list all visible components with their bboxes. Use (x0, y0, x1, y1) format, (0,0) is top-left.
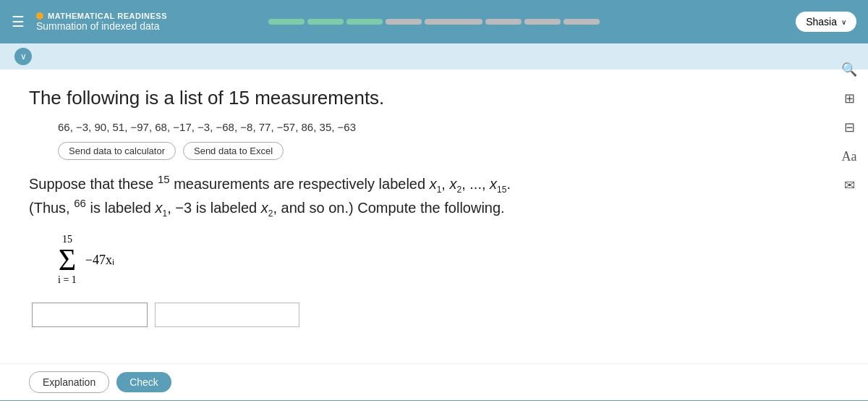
status-dot-icon (36, 12, 43, 20)
progress-seg-1 (268, 19, 305, 25)
sum-lower-bound: i = 1 (58, 275, 77, 285)
sigma-icon: Σ (59, 245, 76, 275)
chevron-down-icon: ∨ (841, 18, 846, 26)
collapse-button[interactable]: ∨ (14, 48, 32, 65)
collapse-bar: ∨ (0, 43, 868, 69)
progress-seg-6 (485, 19, 522, 25)
progress-seg-5 (425, 19, 482, 25)
formula-expression: −47xᵢ (85, 253, 114, 267)
right-sidebar: 🔍 ⊞ ⊟ Aa ✉ (838, 58, 861, 197)
user-name-label: Shasia (806, 16, 837, 28)
header-info: MATHEMATICAL READINESS Summation of inde… (36, 12, 167, 32)
mail-icon[interactable]: ✉ (838, 174, 861, 197)
header: ☰ MATHEMATICAL READINESS Summation of in… (0, 0, 868, 43)
answer-input-box[interactable] (32, 303, 148, 327)
subject-label: MATHEMATICAL READINESS (48, 12, 167, 20)
progress-bar-area (268, 19, 600, 25)
user-menu-button[interactable]: Shasia ∨ (796, 12, 856, 32)
progress-seg-8 (563, 19, 600, 25)
subject-badge: MATHEMATICAL READINESS (36, 12, 167, 20)
statement-text-2: (Thus, 66 is labeled x1, −3 is labeled x… (29, 200, 505, 216)
main-content: The following is a list of 15 measuremen… (0, 69, 868, 363)
measurements-data: 66, −3, 90, 51, −97, 68, −17, −3, −68, −… (58, 121, 839, 133)
problem-title: The following is a list of 15 measuremen… (29, 87, 839, 109)
answer-area (32, 303, 839, 327)
problem-statement: Suppose that these 15 measurements are r… (29, 172, 839, 220)
check-button[interactable]: Check (116, 372, 171, 392)
grid-icon[interactable]: ⊞ (838, 87, 861, 110)
lesson-title: Summation of indexed data (36, 20, 167, 32)
progress-seg-4 (386, 19, 422, 25)
explanation-button[interactable]: Explanation (29, 371, 109, 393)
footer-buttons: Explanation Check (0, 363, 868, 400)
progress-seg-7 (524, 19, 561, 25)
summation-symbol: 15 Σ i = 1 (58, 235, 77, 285)
answer-secondary-box[interactable] (155, 303, 299, 327)
hamburger-menu-icon[interactable]: ☰ (12, 13, 25, 30)
data-buttons-row: Send data to calculator Send data to Exc… (58, 142, 839, 160)
send-calculator-button[interactable]: Send data to calculator (58, 142, 176, 160)
progress-seg-3 (346, 19, 383, 25)
formula-area: 15 Σ i = 1 −47xᵢ (58, 235, 839, 285)
text-size-icon[interactable]: Aa (838, 145, 861, 168)
progress-seg-2 (307, 19, 344, 25)
send-excel-button[interactable]: Send data to Excel (183, 142, 284, 160)
table-icon[interactable]: ⊟ (838, 116, 861, 139)
magnify-icon[interactable]: 🔍 (838, 58, 861, 81)
statement-text: Suppose that these 15 measurements are r… (29, 176, 511, 192)
